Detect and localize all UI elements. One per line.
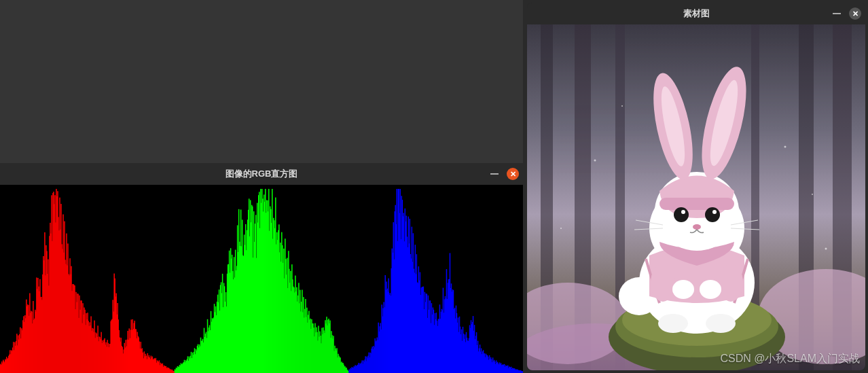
histogram-window: 图像的RGB直方图 ✕	[0, 163, 523, 373]
bunny-illustration	[527, 24, 865, 370]
svg-point-19	[672, 280, 694, 299]
close-icon[interactable]: ✕	[507, 168, 519, 180]
svg-rect-22	[659, 198, 734, 210]
source-window-controls: ✕	[833, 7, 861, 20]
svg-point-20	[700, 280, 721, 299]
minimize-icon[interactable]	[833, 13, 841, 14]
close-icon[interactable]: ✕	[849, 7, 861, 20]
svg-point-38	[784, 146, 786, 148]
histogram-titlebar[interactable]: 图像的RGB直方图 ✕	[0, 163, 523, 185]
source-image-window: 素材图 ✕	[527, 3, 865, 370]
svg-point-31	[693, 224, 701, 230]
svg-point-18	[719, 264, 743, 302]
svg-point-41	[825, 248, 827, 250]
svg-point-16	[706, 314, 736, 333]
histogram-window-controls: ✕	[490, 168, 519, 180]
svg-point-40	[560, 228, 562, 229]
svg-point-17	[651, 264, 675, 302]
source-title: 素材图	[683, 7, 710, 20]
svg-point-28	[705, 207, 720, 222]
histogram-title: 图像的RGB直方图	[225, 168, 298, 180]
svg-point-15	[658, 314, 688, 333]
svg-point-29	[681, 210, 685, 214]
watermark-text: CSDN @小秋SLAM入门实战	[720, 352, 860, 366]
background-panel	[0, 0, 523, 163]
source-image: CSDN @小秋SLAM入门实战	[527, 24, 865, 370]
svg-point-37	[621, 105, 623, 107]
rgb-histogram-chart	[0, 185, 523, 373]
svg-point-36	[594, 160, 596, 162]
source-titlebar[interactable]: 素材图 ✕	[527, 3, 865, 24]
svg-point-27	[674, 207, 689, 222]
svg-point-30	[712, 210, 717, 214]
svg-point-39	[812, 194, 813, 195]
minimize-icon[interactable]	[490, 173, 499, 175]
